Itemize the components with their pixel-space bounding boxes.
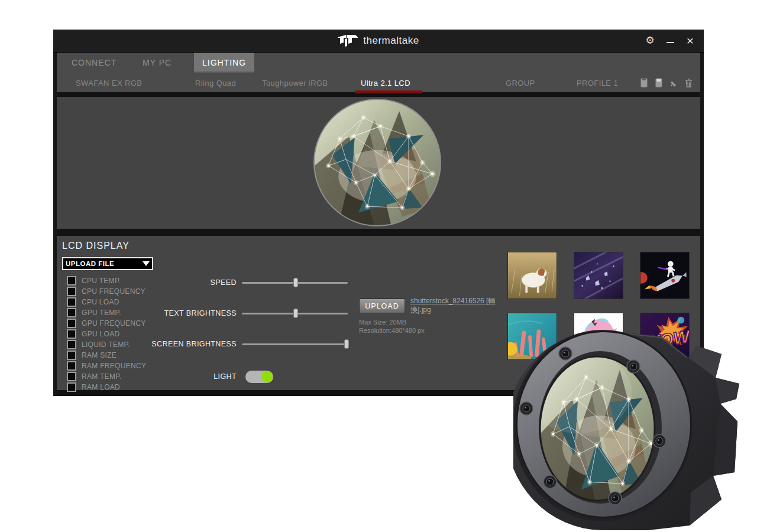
metric-gpu-load: GPU LOAD: [67, 329, 119, 339]
settings-gear-icon[interactable]: ⚙: [645, 35, 655, 46]
copy-profile-icon[interactable]: [654, 77, 664, 88]
device-tab-profile-1[interactable]: PROFILE 1: [577, 73, 618, 92]
screenshot-stage: thermaltake ⚙ × CONNECT MY PC LIGHTING S…: [0, 0, 757, 532]
speed-slider[interactable]: [242, 282, 348, 284]
device-tab-riing-quad[interactable]: Riing Quad: [195, 73, 236, 92]
checkbox-ram-frequency[interactable]: [67, 361, 76, 371]
minimize-icon[interactable]: [665, 35, 675, 46]
metric-ram-load: RAM LOAD: [67, 382, 120, 392]
profile-actions: [639, 73, 693, 92]
metric-cpu-frequency: CPU FREQUENCY: [67, 287, 145, 296]
checkbox-ram-load[interactable]: [67, 382, 76, 392]
metric-ram-frequency: RAM FREQUENCY: [67, 361, 146, 371]
device-tab-swafan[interactable]: SWAFAN EX RGB: [76, 73, 142, 92]
metric-gpu-temp: GPU TEMP.: [67, 308, 121, 317]
max-size-note: Max Size: 20MB: [359, 319, 406, 326]
active-tab-underline: [355, 90, 422, 93]
tab-my-pc[interactable]: MY PC: [143, 53, 172, 73]
screen-brightness-slider-row: SCREEN BRIGHTNESS: [116, 339, 352, 349]
checkbox-gpu-frequency[interactable]: [67, 319, 76, 328]
ultra-lcd-device-render: [513, 327, 745, 532]
thumbnail-astronaut-riding-rocket[interactable]: [640, 252, 690, 299]
checkbox-ram-temp[interactable]: [67, 372, 76, 381]
text-brightness-slider-handle[interactable]: [293, 309, 298, 318]
edit-profile-icon[interactable]: [669, 77, 678, 88]
device-tab-group[interactable]: GROUP: [506, 73, 535, 92]
text-brightness-slider-row: TEXT BRIGHTNESS: [116, 308, 352, 319]
screen-brightness-slider[interactable]: [242, 343, 348, 345]
brand: thermaltake: [53, 30, 704, 52]
checkbox-liquid-temp[interactable]: [67, 340, 76, 349]
thermaltake-tt-logo-icon: [338, 35, 358, 47]
tab-lighting[interactable]: LIGHTING: [194, 53, 254, 73]
display-mode-select[interactable]: UPLOAD FILE: [62, 257, 153, 270]
lcd-preview-area: [57, 97, 700, 229]
delete-profile-icon[interactable]: [684, 77, 693, 88]
close-icon[interactable]: ×: [685, 35, 695, 46]
checkbox-gpu-temp[interactable]: [67, 308, 76, 317]
metric-ram-size: RAM SIZE: [67, 351, 117, 360]
checkbox-cpu-frequency[interactable]: [67, 287, 76, 296]
metric-cpu-temp: CPU TEMP.: [67, 276, 121, 286]
screen-brightness-slider-handle[interactable]: [344, 339, 349, 349]
light-toggle[interactable]: [245, 371, 273, 383]
checkbox-ram-size[interactable]: [67, 351, 76, 360]
lcd-preview-circle: [313, 99, 441, 226]
light-row: LIGHT: [116, 371, 352, 384]
panel-title: LCD DISPLAY: [62, 241, 130, 251]
thumbnail-dog-running-in-field[interactable]: [507, 252, 557, 299]
checkbox-gpu-load[interactable]: [67, 329, 76, 339]
checkbox-cpu-load[interactable]: [67, 297, 76, 307]
main-tab-bar: CONNECT MY PC LIGHTING: [57, 53, 700, 73]
display-mode-value: UPLOAD FILE: [63, 260, 143, 267]
upload-button[interactable]: UPLOAD: [359, 299, 405, 313]
save-profile-icon[interactable]: [639, 77, 649, 88]
metric-cpu-load: CPU LOAD: [67, 297, 119, 307]
thumbnail-purple-space-debris[interactable]: [574, 252, 623, 299]
uploaded-filename-link[interactable]: shutterstock_82416526 [轉換].jpg: [410, 297, 497, 314]
metric-gpu-frequency: GPU FREQUENCY: [67, 319, 146, 328]
device-tab-ultra-lcd[interactable]: Ultra 2.1 LCD: [361, 73, 410, 92]
resolution-note: Resolution:480*480 px: [359, 327, 425, 334]
chevron-down-icon: [143, 261, 150, 266]
speed-slider-row: SPEED: [116, 277, 352, 288]
device-tab-bar: SWAFAN EX RGB Riing Quad Toughpower iRGB…: [57, 73, 700, 92]
speed-slider-handle[interactable]: [293, 278, 298, 287]
device-tab-toughpower[interactable]: Toughpower iRGB: [262, 73, 328, 92]
text-brightness-slider[interactable]: [242, 313, 348, 314]
checkbox-cpu-temp[interactable]: [67, 276, 76, 286]
tab-connect[interactable]: CONNECT: [72, 53, 117, 73]
light-toggle-knob: [261, 371, 273, 382]
metric-ram-temp: RAM TEMP.: [67, 372, 122, 381]
title-bar: thermaltake ⚙ ×: [53, 30, 704, 53]
brand-name: thermaltake: [363, 35, 419, 47]
